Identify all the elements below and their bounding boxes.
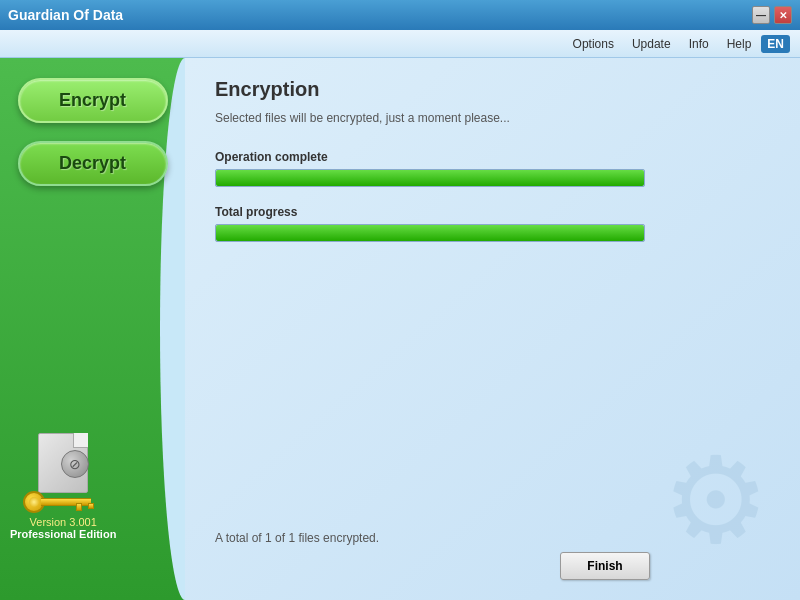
minimize-button[interactable]: — [752, 6, 770, 24]
app-title: Guardian Of Data [8, 7, 123, 23]
lock-icon: ⊘ [61, 450, 89, 478]
key-icon [23, 491, 93, 513]
sidebar-logo: ⊘ Version 3.001 Professional Edition [10, 433, 116, 540]
menu-info[interactable]: Info [681, 34, 717, 54]
close-button[interactable]: ✕ [774, 6, 792, 24]
key-tooth1 [76, 503, 82, 511]
document-icon: ⊘ [38, 433, 88, 493]
version-text: Version 3.001 [30, 516, 97, 528]
finish-button[interactable]: Finish [560, 552, 650, 580]
encrypt-button[interactable]: Encrypt [18, 78, 168, 123]
menu-bar: Options Update Info Help EN [0, 30, 800, 58]
menu-update[interactable]: Update [624, 34, 679, 54]
gear-watermark: ⚙ [662, 440, 770, 560]
operation-progress-bar-fill [216, 170, 644, 186]
footer-text: A total of 1 of 1 files encrypted. [215, 531, 379, 545]
menu-help[interactable]: Help [719, 34, 760, 54]
menu-options[interactable]: Options [565, 34, 622, 54]
operation-progress-section: Operation complete [215, 150, 770, 187]
total-progress-label: Total progress [215, 205, 770, 219]
operation-progress-bar-bg [215, 169, 645, 187]
content-title: Encryption [215, 78, 770, 101]
content-subtitle: Selected files will be encrypted, just a… [215, 111, 770, 125]
total-progress-section: Total progress [215, 205, 770, 242]
lang-selector[interactable]: EN [761, 35, 790, 53]
title-bar: Guardian Of Data — ✕ [0, 0, 800, 30]
total-progress-bar-fill [216, 225, 644, 241]
decrypt-button[interactable]: Decrypt [18, 141, 168, 186]
window-controls: — ✕ [752, 6, 792, 24]
key-tooth2 [88, 503, 94, 509]
key-shaft [41, 498, 91, 506]
total-progress-bar-bg [215, 224, 645, 242]
main-container: Encrypt Decrypt ⊘ Version 3.001 [0, 58, 800, 600]
operation-progress-label: Operation complete [215, 150, 770, 164]
content-area: Encryption Selected files will be encryp… [185, 58, 800, 600]
logo-icon: ⊘ [23, 433, 103, 508]
sidebar: Encrypt Decrypt ⊘ Version 3.001 [0, 58, 185, 600]
edition-text: Professional Edition [10, 528, 116, 540]
